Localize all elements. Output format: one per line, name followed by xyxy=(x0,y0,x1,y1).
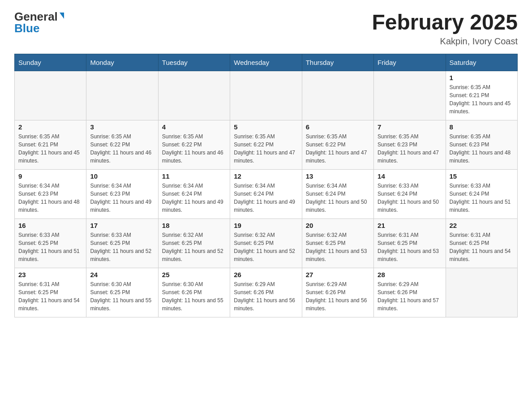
calendar-week-row: 2Sunrise: 6:35 AM Sunset: 6:21 PM Daylig… xyxy=(15,120,518,169)
day-of-week-header: Saturday xyxy=(446,54,517,71)
calendar-week-row: 9Sunrise: 6:34 AM Sunset: 6:23 PM Daylig… xyxy=(15,169,518,218)
day-info: Sunrise: 6:33 AM Sunset: 6:24 PM Dayligh… xyxy=(450,182,514,214)
day-info: Sunrise: 6:35 AM Sunset: 6:22 PM Dayligh… xyxy=(162,133,226,165)
calendar-day-cell: 20Sunrise: 6:32 AM Sunset: 6:25 PM Dayli… xyxy=(302,218,373,268)
day-number: 3 xyxy=(90,123,154,131)
logo-general-text: General xyxy=(14,11,58,22)
day-info: Sunrise: 6:35 AM Sunset: 6:23 PM Dayligh… xyxy=(450,133,514,165)
calendar-week-row: 16Sunrise: 6:33 AM Sunset: 6:25 PM Dayli… xyxy=(15,218,518,268)
day-info: Sunrise: 6:32 AM Sunset: 6:25 PM Dayligh… xyxy=(306,231,370,263)
day-info: Sunrise: 6:29 AM Sunset: 6:26 PM Dayligh… xyxy=(378,280,442,313)
day-info: Sunrise: 6:34 AM Sunset: 6:23 PM Dayligh… xyxy=(90,182,154,214)
calendar-day-cell: 4Sunrise: 6:35 AM Sunset: 6:22 PM Daylig… xyxy=(158,120,230,169)
day-number: 9 xyxy=(18,172,82,180)
calendar-day-cell: 22Sunrise: 6:31 AM Sunset: 6:25 PM Dayli… xyxy=(446,218,517,268)
day-number: 2 xyxy=(18,123,82,131)
logo: General Blue xyxy=(14,11,64,34)
day-number: 10 xyxy=(90,172,154,180)
calendar-day-cell: 21Sunrise: 6:31 AM Sunset: 6:25 PM Dayli… xyxy=(374,218,446,268)
day-info: Sunrise: 6:34 AM Sunset: 6:23 PM Dayligh… xyxy=(18,182,82,214)
calendar-day-cell: 15Sunrise: 6:33 AM Sunset: 6:24 PM Dayli… xyxy=(446,169,517,218)
calendar-day-cell xyxy=(86,71,158,120)
day-of-week-header: Tuesday xyxy=(158,54,230,71)
calendar-body: 1Sunrise: 6:35 AM Sunset: 6:21 PM Daylig… xyxy=(15,71,518,317)
calendar-day-cell: 11Sunrise: 6:34 AM Sunset: 6:24 PM Dayli… xyxy=(158,169,230,218)
day-number: 22 xyxy=(450,222,514,229)
day-info: Sunrise: 6:30 AM Sunset: 6:25 PM Dayligh… xyxy=(90,280,154,313)
day-of-week-header: Wednesday xyxy=(230,54,302,71)
calendar-day-cell: 3Sunrise: 6:35 AM Sunset: 6:22 PM Daylig… xyxy=(86,120,158,169)
calendar-day-cell: 8Sunrise: 6:35 AM Sunset: 6:23 PM Daylig… xyxy=(446,120,517,169)
calendar-day-cell: 6Sunrise: 6:35 AM Sunset: 6:22 PM Daylig… xyxy=(302,120,373,169)
day-info: Sunrise: 6:35 AM Sunset: 6:22 PM Dayligh… xyxy=(234,133,298,165)
day-number: 17 xyxy=(90,222,154,229)
day-number: 28 xyxy=(378,271,442,278)
calendar-day-cell xyxy=(15,71,86,120)
day-number: 6 xyxy=(306,123,370,131)
day-of-week-header: Friday xyxy=(374,54,446,71)
day-info: Sunrise: 6:34 AM Sunset: 6:24 PM Dayligh… xyxy=(234,182,298,214)
location-title: Kakpin, Ivory Coast xyxy=(372,36,518,47)
logo-blue-text: Blue xyxy=(14,22,39,34)
day-info: Sunrise: 6:29 AM Sunset: 6:26 PM Dayligh… xyxy=(234,280,298,313)
calendar-day-cell: 19Sunrise: 6:32 AM Sunset: 6:25 PM Dayli… xyxy=(230,218,302,268)
day-number: 27 xyxy=(306,271,370,278)
day-info: Sunrise: 6:33 AM Sunset: 6:25 PM Dayligh… xyxy=(90,231,154,263)
days-of-week-row: SundayMondayTuesdayWednesdayThursdayFrid… xyxy=(15,54,518,71)
day-number: 5 xyxy=(234,123,298,131)
day-number: 15 xyxy=(450,172,514,180)
day-number: 16 xyxy=(18,222,82,229)
calendar-day-cell: 14Sunrise: 6:33 AM Sunset: 6:24 PM Dayli… xyxy=(374,169,446,218)
calendar-week-row: 1Sunrise: 6:35 AM Sunset: 6:21 PM Daylig… xyxy=(15,71,518,120)
day-info: Sunrise: 6:33 AM Sunset: 6:25 PM Dayligh… xyxy=(18,231,82,263)
calendar-day-cell: 7Sunrise: 6:35 AM Sunset: 6:23 PM Daylig… xyxy=(374,120,446,169)
day-number: 13 xyxy=(306,172,370,180)
day-info: Sunrise: 6:29 AM Sunset: 6:26 PM Dayligh… xyxy=(306,280,370,313)
day-info: Sunrise: 6:35 AM Sunset: 6:22 PM Dayligh… xyxy=(306,133,370,165)
day-of-week-header: Sunday xyxy=(15,54,86,71)
calendar-day-cell xyxy=(302,71,373,120)
day-info: Sunrise: 6:32 AM Sunset: 6:25 PM Dayligh… xyxy=(234,231,298,263)
day-info: Sunrise: 6:32 AM Sunset: 6:25 PM Dayligh… xyxy=(162,231,226,263)
calendar-day-cell: 27Sunrise: 6:29 AM Sunset: 6:26 PM Dayli… xyxy=(302,268,373,317)
calendar-day-cell: 23Sunrise: 6:31 AM Sunset: 6:25 PM Dayli… xyxy=(15,268,86,317)
day-of-week-header: Thursday xyxy=(302,54,373,71)
day-number: 8 xyxy=(450,123,514,131)
calendar-day-cell xyxy=(230,71,302,120)
calendar-day-cell: 13Sunrise: 6:34 AM Sunset: 6:24 PM Dayli… xyxy=(302,169,373,218)
calendar-day-cell xyxy=(374,71,446,120)
calendar-day-cell: 10Sunrise: 6:34 AM Sunset: 6:23 PM Dayli… xyxy=(86,169,158,218)
day-info: Sunrise: 6:31 AM Sunset: 6:25 PM Dayligh… xyxy=(18,280,82,313)
day-number: 1 xyxy=(450,74,514,81)
day-number: 21 xyxy=(378,222,442,229)
calendar-day-cell: 17Sunrise: 6:33 AM Sunset: 6:25 PM Dayli… xyxy=(86,218,158,268)
day-info: Sunrise: 6:35 AM Sunset: 6:23 PM Dayligh… xyxy=(378,133,442,165)
calendar-day-cell: 16Sunrise: 6:33 AM Sunset: 6:25 PM Dayli… xyxy=(15,218,86,268)
page-header: General Blue February 2025 Kakpin, Ivory… xyxy=(14,11,518,47)
day-info: Sunrise: 6:31 AM Sunset: 6:25 PM Dayligh… xyxy=(450,231,514,263)
day-of-week-header: Monday xyxy=(86,54,158,71)
calendar-day-cell: 12Sunrise: 6:34 AM Sunset: 6:24 PM Dayli… xyxy=(230,169,302,218)
day-info: Sunrise: 6:35 AM Sunset: 6:21 PM Dayligh… xyxy=(18,133,82,165)
day-info: Sunrise: 6:34 AM Sunset: 6:24 PM Dayligh… xyxy=(306,182,370,214)
day-number: 11 xyxy=(162,172,226,180)
day-number: 24 xyxy=(90,271,154,278)
day-info: Sunrise: 6:31 AM Sunset: 6:25 PM Dayligh… xyxy=(378,231,442,263)
month-title: February 2025 xyxy=(372,11,518,34)
day-info: Sunrise: 6:34 AM Sunset: 6:24 PM Dayligh… xyxy=(162,182,226,214)
logo-triangle-icon xyxy=(60,13,64,19)
day-info: Sunrise: 6:35 AM Sunset: 6:21 PM Dayligh… xyxy=(450,83,514,116)
day-info: Sunrise: 6:35 AM Sunset: 6:22 PM Dayligh… xyxy=(90,133,154,165)
day-number: 14 xyxy=(378,172,442,180)
calendar-day-cell: 25Sunrise: 6:30 AM Sunset: 6:26 PM Dayli… xyxy=(158,268,230,317)
calendar-day-cell: 28Sunrise: 6:29 AM Sunset: 6:26 PM Dayli… xyxy=(374,268,446,317)
calendar-day-cell: 24Sunrise: 6:30 AM Sunset: 6:25 PM Dayli… xyxy=(86,268,158,317)
day-number: 12 xyxy=(234,172,298,180)
day-info: Sunrise: 6:33 AM Sunset: 6:24 PM Dayligh… xyxy=(378,182,442,214)
calendar-header: SundayMondayTuesdayWednesdayThursdayFrid… xyxy=(15,54,518,71)
calendar-table: SundayMondayTuesdayWednesdayThursdayFrid… xyxy=(14,54,518,317)
title-block: February 2025 Kakpin, Ivory Coast xyxy=(372,11,518,47)
day-info: Sunrise: 6:30 AM Sunset: 6:26 PM Dayligh… xyxy=(162,280,226,313)
calendar-day-cell: 18Sunrise: 6:32 AM Sunset: 6:25 PM Dayli… xyxy=(158,218,230,268)
calendar-day-cell: 9Sunrise: 6:34 AM Sunset: 6:23 PM Daylig… xyxy=(15,169,86,218)
